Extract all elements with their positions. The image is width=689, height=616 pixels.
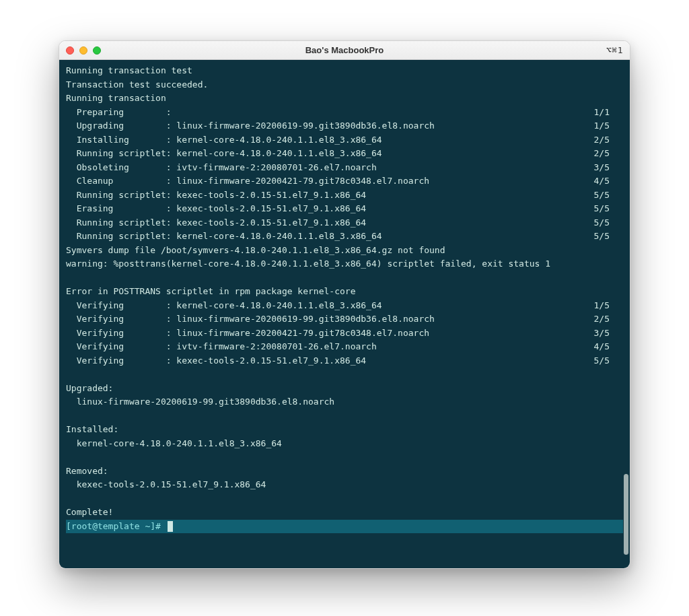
header-line: Running transaction bbox=[66, 92, 623, 106]
transaction-step: Cleanup : linux-firmware-20200421-79.git… bbox=[66, 174, 623, 189]
step-count: 2/5 bbox=[594, 312, 623, 327]
transaction-step: Running scriptlet: kexec-tools-2.0.15-51… bbox=[66, 216, 623, 230]
header-line: Running transaction test bbox=[66, 64, 623, 78]
step-count: 1/5 bbox=[594, 299, 623, 313]
blank-line bbox=[66, 368, 623, 382]
step-label: Obsoleting : ivtv-firmware-2:20080701-26… bbox=[66, 161, 377, 175]
section-title: Upgraded: bbox=[66, 382, 623, 396]
section-item: linux-firmware-20200619-99.git3890db36.e… bbox=[66, 395, 623, 409]
step-label: Verifying : linux-firmware-20200619-99.g… bbox=[66, 312, 435, 327]
scrollbar-track[interactable] bbox=[624, 60, 628, 568]
transaction-step: Upgrading : linux-firmware-20200619-99.g… bbox=[66, 119, 623, 133]
step-label: Cleanup : linux-firmware-20200421-79.git… bbox=[66, 174, 429, 189]
post-step-line: Symvers dump file /boot/symvers-4.18.0-2… bbox=[66, 244, 623, 258]
cursor-icon bbox=[168, 521, 173, 532]
transaction-step: Verifying : kexec-tools-2.0.15-51.el7_9.… bbox=[66, 354, 623, 368]
prompt-text: [root@template ~]# bbox=[66, 520, 166, 534]
transaction-step: Installing : kernel-core-4.18.0-240.1.1.… bbox=[66, 133, 623, 147]
step-label: Verifying : linux-firmware-20200421-79.g… bbox=[66, 327, 429, 341]
window-titlebar[interactable]: Bao's MacbookPro ⌥⌘1 bbox=[59, 41, 630, 60]
blank-line bbox=[66, 450, 623, 465]
blank-line bbox=[66, 492, 623, 506]
scrollbar-thumb[interactable] bbox=[624, 474, 628, 555]
transaction-step: Running scriptlet: kexec-tools-2.0.15-51… bbox=[66, 189, 623, 203]
prompt-line[interactable]: [root@template ~]# bbox=[66, 520, 623, 534]
step-count: 5/5 bbox=[594, 230, 623, 244]
transaction-step: Running scriptlet: kernel-core-4.18.0-24… bbox=[66, 147, 623, 161]
section-title: Installed: bbox=[66, 423, 623, 437]
transaction-step: Erasing : kexec-tools-2.0.15-51.el7_9.1.… bbox=[66, 202, 623, 216]
post-step-line: warning: %posttrans(kernel-core-4.18.0-2… bbox=[66, 257, 623, 271]
step-label: Verifying : kernel-core-4.18.0-240.1.1.e… bbox=[66, 299, 382, 313]
step-count: 5/5 bbox=[594, 354, 623, 368]
step-count: 5/5 bbox=[594, 202, 623, 216]
error-line: Error in POSTTRANS scriptlet in rpm pack… bbox=[66, 285, 623, 299]
window-title: Bao's MacbookPro bbox=[59, 45, 630, 55]
terminal-body[interactable]: Running transaction testTransaction test… bbox=[59, 60, 630, 568]
blank-line bbox=[66, 409, 623, 423]
step-count: 5/5 bbox=[594, 216, 623, 230]
section-title: Removed: bbox=[66, 465, 623, 479]
step-count: 3/5 bbox=[594, 327, 623, 341]
complete-line: Complete! bbox=[66, 506, 623, 520]
section-item: kexec-tools-2.0.15-51.el7_9.1.x86_64 bbox=[66, 478, 623, 492]
step-count: 1/5 bbox=[594, 119, 623, 133]
section-item: kernel-core-4.18.0-240.1.1.el8_3.x86_64 bbox=[66, 437, 623, 451]
step-count: 2/5 bbox=[594, 133, 623, 147]
transaction-step: Verifying : linux-firmware-20200619-99.g… bbox=[66, 312, 623, 327]
transaction-step: Verifying : linux-firmware-20200421-79.g… bbox=[66, 327, 623, 341]
step-label: Running scriptlet: kernel-core-4.18.0-24… bbox=[66, 147, 382, 161]
step-count: 1/1 bbox=[594, 106, 623, 120]
header-line: Transaction test succeeded. bbox=[66, 78, 623, 92]
step-label: Erasing : kexec-tools-2.0.15-51.el7_9.1.… bbox=[66, 202, 366, 216]
terminal-content[interactable]: Running transaction testTransaction test… bbox=[59, 60, 630, 537]
transaction-step: Obsoleting : ivtv-firmware-2:20080701-26… bbox=[66, 161, 623, 175]
transaction-step: Verifying : kernel-core-4.18.0-240.1.1.e… bbox=[66, 299, 623, 313]
step-count: 4/5 bbox=[594, 340, 623, 354]
transaction-step: Preparing : 1/1 bbox=[66, 106, 623, 120]
step-label: Running scriptlet: kexec-tools-2.0.15-51… bbox=[66, 189, 366, 203]
step-label: Running scriptlet: kernel-core-4.18.0-24… bbox=[66, 230, 382, 244]
step-label: Verifying : ivtv-firmware-2:20080701-26.… bbox=[66, 340, 377, 354]
terminal-window: Bao's MacbookPro ⌥⌘1 Running transaction… bbox=[59, 40, 630, 569]
step-count: 4/5 bbox=[594, 174, 623, 189]
step-label: Verifying : kexec-tools-2.0.15-51.el7_9.… bbox=[66, 354, 366, 368]
step-count: 3/5 bbox=[594, 161, 623, 175]
step-label: Running scriptlet: kexec-tools-2.0.15-51… bbox=[66, 216, 366, 230]
step-count: 5/5 bbox=[594, 189, 623, 203]
step-label: Preparing : bbox=[66, 106, 176, 120]
step-label: Installing : kernel-core-4.18.0-240.1.1.… bbox=[66, 133, 382, 147]
transaction-step: Verifying : ivtv-firmware-2:20080701-26.… bbox=[66, 340, 623, 354]
blank-line bbox=[66, 271, 623, 285]
transaction-step: Running scriptlet: kernel-core-4.18.0-24… bbox=[66, 230, 623, 244]
step-label: Upgrading : linux-firmware-20200619-99.g… bbox=[66, 119, 435, 133]
step-count: 2/5 bbox=[594, 147, 623, 161]
